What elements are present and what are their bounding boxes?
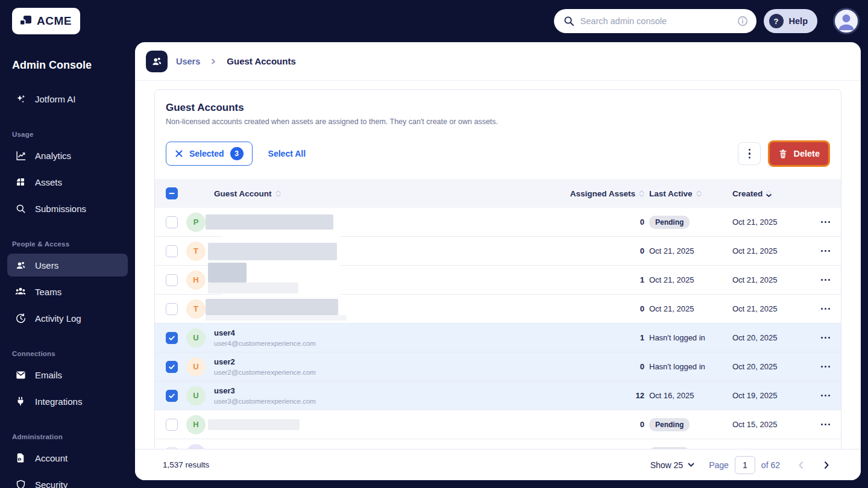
delete-label: Delete (793, 149, 820, 158)
assigned-assets-value: 0 (560, 217, 644, 227)
sidebar-item-submissions[interactable]: Submissions (7, 197, 128, 220)
selected-filter-button[interactable]: Selected 3 (166, 142, 253, 166)
column-header-last-active[interactable]: Last Active (649, 189, 728, 198)
sidebar-item-analytics[interactable]: Analytics (7, 144, 128, 167)
table-row: H 1 Oct 21, 2025 Oct 21, 2025 (155, 266, 841, 295)
help-button[interactable]: ? Help (764, 9, 817, 33)
last-active-value: Oct 21, 2025 (649, 304, 694, 313)
sidebar-item-integrations[interactable]: Integrations (7, 390, 128, 413)
assets-icon (14, 176, 27, 188)
account-icon: $ (14, 452, 27, 464)
row-actions-button[interactable] (820, 217, 832, 227)
breadcrumb-users-link[interactable]: Users (176, 57, 200, 66)
status-badge: Pending (649, 216, 690, 229)
row-checkbox[interactable] (166, 216, 178, 228)
created-value: Oct 21, 2025 (732, 246, 793, 255)
last-active-value: Oct 21, 2025 (649, 246, 694, 255)
submissions-icon (14, 202, 27, 214)
row-checkbox[interactable] (166, 245, 178, 257)
sidebar-item-activity-log[interactable]: Activity Log (7, 307, 128, 330)
top-bar: ACME ? Help (0, 0, 868, 42)
search-bar (554, 9, 756, 33)
person-icon (835, 10, 858, 33)
chevron-right-icon (824, 461, 829, 469)
avatar: H (186, 415, 206, 434)
row-checkbox[interactable] (166, 361, 178, 373)
sidebar-section-label: People & Access (12, 240, 123, 248)
table-row: H 0 Pending Oct 15, 2025 (155, 410, 841, 439)
row-checkbox[interactable] (166, 390, 178, 402)
status-badge: Pending (649, 418, 690, 431)
sidebar-item-jotform-ai[interactable]: Jotform AI (7, 87, 128, 110)
avatar: U (186, 386, 206, 405)
sidebar-item-label: Teams (35, 287, 61, 297)
sort-desc-icon (766, 190, 772, 197)
app-root: ACME ? Help Admin Console Jotform AI Usa… (0, 0, 868, 488)
row-checkbox[interactable] (166, 303, 178, 315)
page-title: Guest Accounts (166, 102, 830, 114)
row-checkbox[interactable] (166, 419, 178, 431)
logo-mark-icon (18, 14, 33, 28)
column-header-created[interactable]: Created (732, 189, 793, 198)
guest-name: user2 (214, 357, 555, 367)
user-avatar[interactable] (833, 8, 860, 34)
sidebar-item-label: Analytics (35, 151, 71, 161)
created-value: Oct 21, 2025 (732, 217, 793, 227)
sidebar-item-emails[interactable]: Emails (7, 363, 128, 386)
chevron-left-icon (798, 461, 804, 469)
sidebar-item-account[interactable]: $ Account (7, 446, 128, 469)
sidebar-section-label: Usage (12, 131, 123, 138)
more-actions-button[interactable] (738, 142, 761, 165)
row-actions-button[interactable] (820, 391, 832, 401)
info-icon[interactable] (737, 16, 748, 27)
assigned-assets-value: 12 (560, 391, 644, 400)
sidebar-item-security[interactable]: Security (7, 473, 128, 488)
users-icon (14, 259, 27, 271)
search-input[interactable] (580, 16, 732, 26)
sidebar-item-label: Jotform AI (35, 94, 76, 104)
column-header-guest-account[interactable]: Guest Account (214, 189, 555, 198)
logo-text: ACME (37, 14, 72, 28)
sidebar-item-users[interactable]: Users (7, 254, 128, 277)
row-checkbox[interactable] (166, 332, 178, 344)
row-actions-button[interactable] (820, 362, 832, 372)
show-per-page-select[interactable]: Show 25 (650, 460, 694, 470)
breadcrumb-current: Guest Accounts (227, 56, 295, 66)
select-all-button[interactable]: Select All (268, 149, 306, 158)
pagination-bar: 1,537 results Show 25 Page of 62 (135, 449, 861, 480)
assigned-assets-value: 1 (560, 333, 644, 342)
chevron-down-icon (688, 463, 694, 467)
acme-logo[interactable]: ACME (12, 8, 80, 34)
avatar: U (186, 357, 206, 377)
guest-email: user3@customerexperience.com (214, 398, 555, 405)
main-panel: Users Guest Accounts Guest Accounts Non-… (135, 42, 861, 480)
sidebar: Admin Console Jotform AI Usage Analytics… (0, 42, 135, 488)
sidebar-item-assets[interactable]: Assets (7, 170, 128, 193)
table-row: T 0 Oct 21, 2025 Oct 21, 2025 (155, 237, 841, 266)
avatar: T (186, 299, 206, 319)
guest-name: user3 (214, 386, 555, 396)
assigned-assets-value: 1 (560, 275, 644, 284)
sidebar-item-teams[interactable]: Teams (7, 280, 128, 303)
select-all-checkbox[interactable] (166, 187, 178, 199)
created-value: Oct 19, 2025 (732, 391, 793, 400)
sidebar-item-label: Assets (35, 177, 62, 187)
row-actions-button[interactable] (820, 333, 832, 343)
delete-button[interactable]: Delete (768, 140, 830, 167)
toolbar: Selected 3 Select All Delete (155, 140, 841, 167)
column-header-assigned-assets[interactable]: Assigned Assets (560, 189, 644, 198)
emails-icon (14, 369, 27, 381)
next-page-button[interactable] (822, 458, 832, 472)
sidebar-item-label: Security (35, 480, 68, 488)
integrations-icon (14, 395, 27, 407)
row-actions-button[interactable] (820, 275, 832, 285)
previous-page-button[interactable] (796, 458, 806, 472)
row-actions-button[interactable] (820, 420, 832, 430)
row-actions-button[interactable] (820, 304, 832, 314)
chevron-right-icon (210, 58, 217, 65)
sidebar-item-label: Integrations (35, 396, 82, 407)
row-checkbox[interactable] (166, 274, 178, 286)
row-actions-button[interactable] (820, 246, 832, 256)
selected-label: Selected (189, 149, 224, 158)
page-number-input[interactable] (735, 456, 755, 474)
